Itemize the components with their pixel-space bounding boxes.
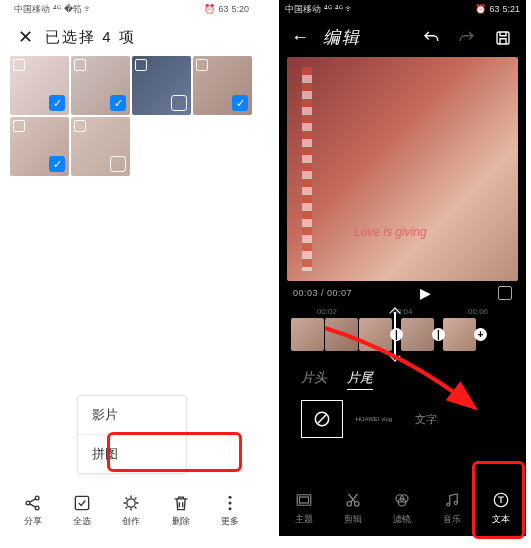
photo-thumb[interactable]: ✓	[10, 117, 69, 176]
timeline-frame[interactable]	[401, 318, 434, 351]
status-bar: 中国移动 ⁴ᴳ ⁴ᴳ ᯤ ⏰ 63 5:21	[279, 0, 526, 18]
selection-header: ✕ 已选择 4 项	[8, 18, 255, 56]
photo-thumb[interactable]	[71, 117, 130, 176]
battery-text: 63	[489, 4, 499, 14]
expand-icon[interactable]	[13, 120, 25, 132]
bottom-bar: 分享 全选 创作 删除 更多	[8, 484, 255, 536]
trash-icon	[171, 493, 191, 513]
timeline-frame[interactable]	[359, 318, 392, 351]
add-clip-icon[interactable]: +	[474, 328, 487, 341]
editor-title: 编辑	[323, 26, 361, 49]
nav-create[interactable]: 创作	[121, 493, 141, 528]
checkbox-icon[interactable]	[110, 156, 126, 172]
select-all-icon	[72, 493, 92, 513]
nav-filter[interactable]: 滤镜	[392, 490, 412, 526]
checkbox-icon[interactable]	[171, 95, 187, 111]
nav-label: 全选	[73, 515, 91, 528]
nav-theme[interactable]: 主题	[294, 490, 314, 526]
video-preview[interactable]: Love is giving	[287, 57, 518, 281]
alarm-icon: ⏰	[475, 4, 486, 14]
carrier-text: 中国移动	[14, 3, 50, 16]
transition-icon[interactable]: |	[390, 328, 403, 341]
playback-time: 00:03 / 00:07	[293, 288, 352, 298]
timeline-frame[interactable]	[443, 318, 476, 351]
ruler-tick: 00:06	[468, 307, 488, 316]
text-icon	[491, 490, 511, 510]
music-icon	[442, 490, 462, 510]
tab-outro[interactable]: 片尾	[347, 369, 373, 390]
timeline-frame[interactable]	[291, 318, 324, 351]
redo-icon[interactable]	[456, 27, 478, 49]
photo-thumb[interactable]: ✓	[193, 56, 252, 115]
style-preset-1[interactable]: HUAWEI vlog	[353, 400, 395, 438]
status-bar: 中国移动 ⁴ᴳ �筘 ᯤ ⏰ 63 5:20	[8, 0, 255, 18]
carrier-text: 中国移动	[285, 3, 321, 16]
svg-rect-3	[75, 496, 88, 509]
expand-icon[interactable]	[74, 59, 86, 71]
nav-label: 剪辑	[344, 513, 362, 526]
timeline-frame[interactable]	[325, 318, 358, 351]
signal-icons: ⁴ᴳ ⁴ᴳ ᯤ	[324, 4, 354, 14]
nav-label: 滤镜	[393, 513, 411, 526]
create-popup: 影片 拼图	[77, 395, 187, 474]
nav-label: 主题	[295, 513, 313, 526]
timeline-ruler: 00:02 00:04 00:06	[279, 305, 526, 316]
photo-thumb[interactable]: ✓	[71, 56, 130, 115]
popup-item-collage[interactable]: 拼图	[78, 434, 186, 473]
timeline-strip[interactable]: | | +	[279, 316, 526, 353]
phone-left-selection: 中国移动 ⁴ᴳ �筘 ᯤ ⏰ 63 5:20 ✕ 已选择 4 项 ✓ ✓ ✓ ✓…	[8, 0, 255, 536]
tab-intro[interactable]: 片头	[301, 369, 327, 390]
phone-right-editor: 中国移动 ⁴ᴳ ⁴ᴳ ᯤ ⏰ 63 5:21 ← 编辑 Love is givi…	[279, 0, 526, 536]
back-icon[interactable]: ←	[291, 27, 309, 48]
nav-label: 分享	[24, 515, 42, 528]
checkbox-icon[interactable]: ✓	[110, 95, 126, 111]
style-none[interactable]	[301, 400, 343, 438]
editor-header: ← 编辑	[279, 18, 526, 57]
preview-caption: Love is giving	[354, 225, 427, 239]
selection-title: 已选择 4 项	[45, 28, 136, 47]
nav-more[interactable]: 更多	[220, 493, 240, 528]
share-icon	[23, 493, 43, 513]
nav-label: 音乐	[443, 513, 461, 526]
undo-icon[interactable]	[420, 27, 442, 49]
expand-icon[interactable]	[135, 59, 147, 71]
nav-text[interactable]: 文本	[491, 490, 511, 526]
style-preset-text[interactable]: 文字	[405, 400, 447, 438]
expand-icon[interactable]	[13, 59, 25, 71]
nav-select-all[interactable]: 全选	[72, 493, 92, 528]
theme-icon	[294, 490, 314, 510]
playback-controls: 00:03 / 00:07 ▶	[279, 281, 526, 305]
nav-label: 更多	[221, 515, 239, 528]
save-icon[interactable]	[492, 27, 514, 49]
nav-cut[interactable]: 剪辑	[343, 490, 363, 526]
checkbox-icon[interactable]: ✓	[232, 95, 248, 111]
expand-icon[interactable]	[196, 59, 208, 71]
photo-thumb[interactable]	[132, 56, 191, 115]
nav-label: 创作	[122, 515, 140, 528]
style-row: HUAWEI vlog 文字	[279, 400, 526, 438]
play-icon[interactable]: ▶	[352, 285, 498, 301]
svg-point-0	[26, 501, 30, 505]
checkbox-icon[interactable]: ✓	[49, 95, 65, 111]
svg-point-2	[35, 506, 39, 510]
nav-label: 删除	[172, 515, 190, 528]
svg-point-7	[229, 507, 232, 510]
transition-icon[interactable]: |	[432, 328, 445, 341]
svg-rect-11	[299, 497, 308, 503]
segment-tabs: 片头 片尾	[279, 353, 526, 400]
expand-icon[interactable]	[74, 120, 86, 132]
battery-text: 63	[218, 4, 228, 14]
popup-item-movie[interactable]: 影片	[78, 396, 186, 434]
nav-music[interactable]: 音乐	[442, 490, 462, 526]
fullscreen-icon[interactable]	[498, 286, 512, 300]
ruler-tick: 00:02	[317, 307, 337, 316]
nav-label: 文本	[492, 513, 510, 526]
alarm-icon: ⏰	[204, 4, 215, 14]
more-icon	[220, 493, 240, 513]
editor-bottom-bar: 主题 剪辑 滤镜 音乐 文本	[279, 480, 526, 536]
photo-thumb[interactable]: ✓	[10, 56, 69, 115]
close-icon[interactable]: ✕	[18, 26, 33, 48]
checkbox-icon[interactable]: ✓	[49, 156, 65, 172]
nav-delete[interactable]: 删除	[171, 493, 191, 528]
nav-share[interactable]: 分享	[23, 493, 43, 528]
